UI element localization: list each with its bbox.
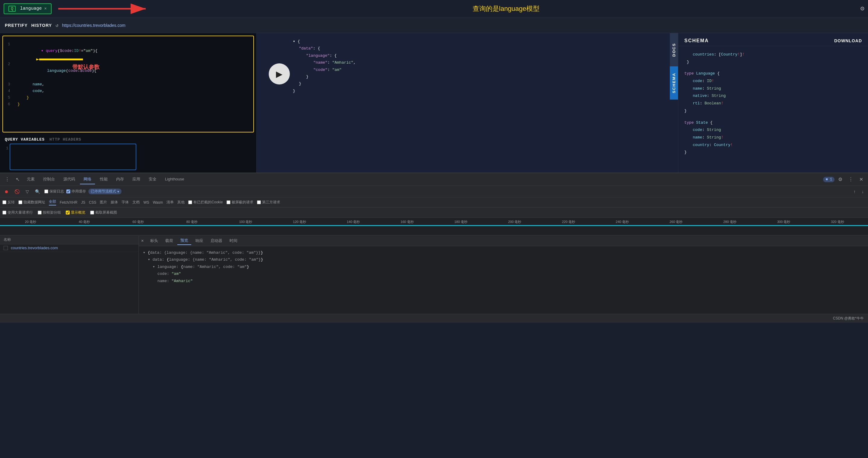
option-group-by-frame[interactable]: 按框架分组: [38, 210, 61, 215]
filter-toggle-button[interactable]: ▽: [24, 189, 31, 194]
list-item-countries[interactable]: countries.trevorblades.com: [0, 244, 138, 252]
filter-manifest[interactable]: 清单: [166, 200, 174, 205]
red-arrow: [55, 2, 152, 16]
option-capture-screenshots[interactable]: 截取屏幕截图: [90, 210, 117, 215]
filter-css[interactable]: CSS: [89, 200, 96, 205]
schema-language-rtl: rtl: Boolean!: [693, 100, 862, 108]
filter-all[interactable]: 全部: [49, 199, 56, 206]
gear-icon[interactable]: ⚙: [861, 4, 864, 13]
detail-tab-initiator[interactable]: 启动器: [208, 237, 225, 245]
url-bar: https://countries.trevorblades.com: [62, 23, 125, 28]
query-vars-input[interactable]: [10, 144, 136, 170]
schema-panel: SCHEMA DOWNLOAD countries: [Country!]! }…: [678, 33, 868, 173]
query-variables-tab[interactable]: QUERY VARIABLES: [5, 137, 44, 142]
filter-blocked-cookie[interactable]: 有已拦截的Cookie: [188, 200, 223, 205]
results-panel: ▶ ▾ { "data": { "language": { "name": "A…: [256, 33, 678, 173]
schema-language-block: type Language { code: ID! name: String n…: [684, 70, 862, 115]
docs-button[interactable]: DOCS: [670, 33, 678, 66]
preserve-log-checkbox[interactable]: 保留日志: [44, 189, 64, 194]
clear-button[interactable]: 🚫: [13, 189, 22, 194]
devtools-menu-icon[interactable]: ⋮: [2, 175, 12, 183]
schema-language-header: type Language {: [684, 70, 862, 78]
tab-performance[interactable]: 性能: [96, 175, 111, 184]
filter-wasm[interactable]: Wasm: [153, 200, 163, 205]
detail-tab-payload[interactable]: 载荷: [162, 237, 176, 245]
preview-line-5: name: "Amharic": [157, 278, 864, 284]
devtools-pointer-icon[interactable]: ↖: [13, 175, 22, 183]
tab-memory[interactable]: 内存: [113, 175, 128, 184]
tab-console[interactable]: 控制台: [39, 175, 59, 184]
tl-280: 280 毫秒: [703, 220, 757, 224]
tl-100: 100 毫秒: [219, 220, 273, 224]
devtools-footer: CSDN @勇敢*牛牛: [0, 314, 868, 323]
option-bulk-requests[interactable]: 使用大量请求行: [2, 210, 33, 215]
disable-cache-checkbox[interactable]: 停用缓存: [66, 189, 86, 194]
devtools: ⋮ ↖ 元素 控制台 源代码 网络 性能 内存 应用 安全 Lighthouse…: [0, 173, 868, 323]
devtools-close-icon[interactable]: ✕: [857, 175, 866, 183]
code-line-6: 6 }: [8, 101, 249, 108]
detail-close-icon[interactable]: ✕: [141, 238, 144, 243]
schema-button[interactable]: SCHEMA: [670, 66, 678, 99]
throttling-tag[interactable]: 已停用节流模式 ▾: [88, 189, 122, 194]
download-button[interactable]: DOWNLOAD: [834, 38, 862, 43]
code-line-5: 5 }: [8, 94, 249, 101]
tab-lighthouse[interactable]: Lighthouse: [161, 175, 188, 184]
prettify-button[interactable]: PRETTIFY: [5, 23, 28, 28]
language-tab[interactable]: Q language ×: [4, 3, 52, 14]
tab-source[interactable]: 源代码: [60, 175, 79, 184]
record-stop-button[interactable]: ⏺: [2, 189, 10, 194]
tab-elements[interactable]: 元素: [23, 175, 38, 184]
code-editor[interactable]: 带默认参数 1 ▾ query($code:ID!="am"){ 2 langu…: [2, 36, 254, 132]
detail-tab-response[interactable]: 响应: [192, 237, 206, 245]
tab-close-icon[interactable]: ×: [44, 6, 46, 11]
timeline-track: [0, 225, 868, 226]
json-code-key: "code": "am": [313, 66, 673, 73]
devtools-main: 名称 countries.trevorblades.com ✕ 标头 载荷 预览…: [0, 235, 868, 314]
http-headers-tab[interactable]: HTTP HEADERS: [50, 137, 82, 142]
yellow-arrow-svg: [36, 49, 85, 70]
timeline-bar: 20 毫秒 40 毫秒 60 毫秒 80 毫秒 100 毫秒 120 毫秒 14…: [0, 218, 868, 226]
detail-tab-headers[interactable]: 标头: [147, 237, 161, 245]
top-bar: Q language × 查询的是language模型 ⚙: [0, 0, 868, 18]
filter-invert[interactable]: 反转: [2, 200, 15, 205]
devtools-options-bar: 使用大量请求行 按框架分组 显示概览 截取屏幕截图: [0, 208, 868, 218]
tab-security[interactable]: 安全: [145, 175, 160, 184]
schema-state-block: type State { code: String name: String! …: [684, 119, 862, 156]
play-button[interactable]: ▶: [269, 63, 290, 85]
history-button[interactable]: HISTORY: [31, 23, 52, 28]
detail-tab-timing[interactable]: 时间: [226, 237, 240, 245]
filter-ws[interactable]: WS: [143, 200, 149, 205]
tab-application[interactable]: 应用: [129, 175, 144, 184]
filter-fetch-xhr[interactable]: Fetch/XHR: [60, 200, 78, 205]
tl-260: 260 毫秒: [649, 220, 703, 224]
filter-js[interactable]: JS: [81, 200, 85, 205]
search-button[interactable]: 🔍: [33, 189, 42, 194]
devtools-right-tabs: ✕ 标头 载荷 预览 响应 启动器 时间: [139, 235, 868, 246]
tab-q-icon: Q: [8, 6, 16, 12]
schema-state-code: code: String: [693, 126, 862, 134]
timeline-labels: 20 毫秒 40 毫秒 60 毫秒 80 毫秒 100 毫秒 120 毫秒 14…: [2, 220, 866, 224]
schema-content: countries: [Country!]! } type Language {…: [678, 46, 868, 173]
tl-220: 220 毫秒: [542, 220, 595, 224]
filter-img[interactable]: 图片: [100, 200, 107, 205]
refresh-icon[interactable]: ↺: [56, 22, 59, 28]
tab-network[interactable]: 网络: [80, 175, 95, 184]
option-show-overview[interactable]: 显示概览: [66, 210, 85, 215]
list-item-name: countries.trevorblades.com: [11, 246, 58, 250]
schema-state-name: name: String!: [693, 134, 862, 142]
export-button[interactable]: ↓: [860, 189, 866, 194]
detail-tab-preview[interactable]: 预览: [177, 237, 191, 245]
import-button[interactable]: ↑: [852, 189, 858, 194]
filter-font[interactable]: 字体: [122, 200, 129, 205]
filter-third-party[interactable]: 第三方请求: [257, 200, 280, 205]
filter-doc[interactable]: 文档: [132, 200, 140, 205]
filter-blocked-request[interactable]: 被屏蔽的请求: [226, 200, 253, 205]
side-buttons: DOCS SCHEMA: [670, 33, 678, 99]
code-line-4: 4 code,: [8, 88, 249, 94]
filter-media[interactable]: 媒体: [111, 200, 118, 205]
filter-other[interactable]: 其他: [177, 200, 185, 205]
filter-hide-data-url[interactable]: 隐藏数据网址: [19, 200, 45, 205]
preview-line-4: code: "am": [157, 270, 864, 277]
devtools-settings-icon[interactable]: ⚙: [836, 175, 845, 183]
devtools-more-icon[interactable]: ⋮: [846, 175, 856, 183]
